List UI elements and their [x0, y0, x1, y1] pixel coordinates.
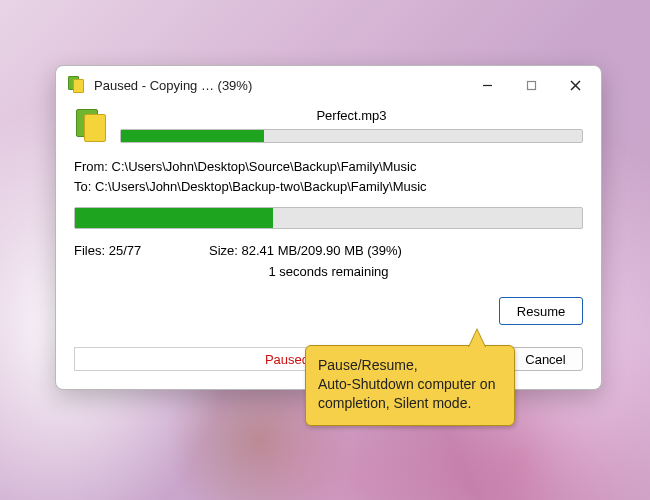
app-icon [68, 76, 86, 94]
paths-block: From: C:\Users\John\Desktop\Source\Backu… [74, 157, 583, 197]
cancel-button[interactable]: Cancel [508, 347, 583, 371]
maximize-button[interactable] [509, 70, 553, 100]
close-button[interactable] [553, 70, 597, 100]
copy-dialog: Paused - Copying … (39%) Perfect.mp3 [55, 65, 602, 390]
minimize-button[interactable] [465, 70, 509, 100]
overall-progress-bar [74, 207, 583, 229]
window-title: Paused - Copying … (39%) [94, 78, 465, 93]
overall-progress-fill [75, 208, 273, 228]
from-label: From: [74, 159, 108, 174]
titlebar: Paused - Copying … (39%) [56, 66, 601, 104]
from-path: C:\Users\John\Desktop\Source\Backup\Fami… [112, 159, 417, 174]
file-progress-fill [121, 130, 264, 142]
size-label: Size: [209, 243, 238, 258]
time-remaining: 1 seconds remaining [74, 264, 583, 279]
file-progress-bar [120, 129, 583, 143]
current-file-name: Perfect.mp3 [120, 108, 583, 123]
feature-callout: Pause/Resume,Auto-Shutdown computer on c… [305, 345, 515, 426]
size-value: 82.41 MB/209.90 MB (39%) [242, 243, 402, 258]
svg-rect-1 [527, 81, 535, 89]
to-label: To: [74, 179, 91, 194]
files-value: 25/77 [109, 243, 142, 258]
copy-icon [74, 109, 108, 143]
files-label: Files: [74, 243, 105, 258]
stats-line: Files: 25/77 Size: 82.41 MB/209.90 MB (3… [74, 243, 583, 258]
to-path: C:\Users\John\Desktop\Backup-two\Backup\… [95, 179, 427, 194]
resume-button[interactable]: Resume [499, 297, 583, 325]
